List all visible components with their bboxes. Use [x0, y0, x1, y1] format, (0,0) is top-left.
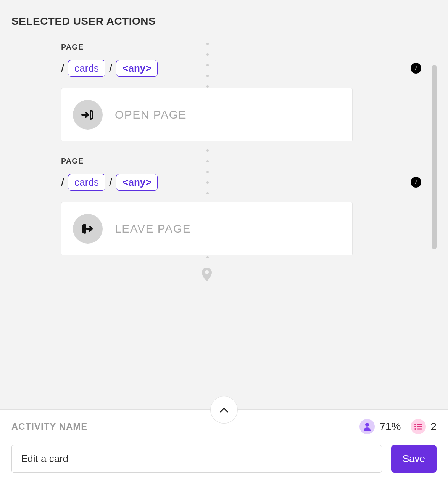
action-block[interactable]: PAGE / cards / <any> i LEAVE PAGE	[61, 157, 353, 255]
info-icon[interactable]: i	[411, 177, 421, 188]
path-segment-any[interactable]: <any>	[116, 174, 158, 191]
chevron-up-icon	[220, 407, 228, 413]
path-row: / cards / <any> i	[61, 60, 353, 77]
save-button[interactable]: Save	[391, 445, 437, 473]
action-block[interactable]: PAGE / cards / <any> i OPEN PAGE	[61, 43, 353, 141]
action-label: LEAVE PAGE	[115, 222, 191, 235]
path-slash: /	[109, 62, 112, 75]
path-segment[interactable]: cards	[68, 174, 105, 191]
path-segment-any[interactable]: <any>	[116, 60, 158, 77]
action-label: OPEN PAGE	[115, 108, 187, 121]
map-pin-icon	[61, 267, 353, 284]
list-icon	[411, 419, 426, 434]
svg-rect-3	[417, 424, 422, 425]
section-title: SELECTED USER ACTIONS	[11, 15, 437, 27]
svg-rect-5	[417, 426, 422, 427]
timeline: PAGE / cards / <any> i OPEN PAGE	[11, 43, 437, 332]
exit-icon	[73, 214, 103, 244]
action-type-label: PAGE	[61, 43, 353, 51]
svg-rect-7	[417, 429, 422, 430]
path-slash: /	[61, 176, 64, 189]
activity-name-label: ACTIVITY NAME	[11, 421, 87, 432]
stat-steps[interactable]: 2	[411, 419, 437, 434]
stat-users-value: 71%	[379, 421, 401, 433]
action-card[interactable]: OPEN PAGE	[61, 88, 353, 141]
svg-point-6	[414, 428, 416, 430]
actions-list: PAGE / cards / <any> i OPEN PAGE	[61, 43, 353, 332]
svg-point-1	[365, 423, 369, 427]
action-card[interactable]: LEAVE PAGE	[61, 202, 353, 255]
activity-name-input[interactable]	[11, 445, 382, 473]
stat-steps-value: 2	[430, 421, 437, 433]
svg-point-0	[205, 270, 209, 274]
user-icon	[359, 419, 375, 434]
collapse-button[interactable]	[210, 396, 238, 424]
svg-point-4	[414, 426, 416, 427]
main-area: SELECTED USER ACTIONS PAGE / cards / <an…	[0, 0, 448, 409]
path-row: / cards / <any> i	[61, 174, 353, 191]
path-slash: /	[109, 176, 112, 189]
stat-users[interactable]: 71%	[359, 419, 401, 434]
path-segment[interactable]: cards	[68, 60, 105, 77]
info-icon[interactable]: i	[411, 63, 421, 74]
svg-point-2	[414, 424, 416, 425]
scrollbar[interactable]	[432, 65, 437, 249]
path-slash: /	[61, 62, 64, 75]
scrollbar-thumb[interactable]	[432, 65, 437, 249]
bottom-panel: ACTIVITY NAME 71% 2 Sa	[0, 409, 448, 488]
action-type-label: PAGE	[61, 157, 353, 165]
enter-icon	[73, 100, 103, 130]
stats: 71% 2	[359, 419, 437, 434]
